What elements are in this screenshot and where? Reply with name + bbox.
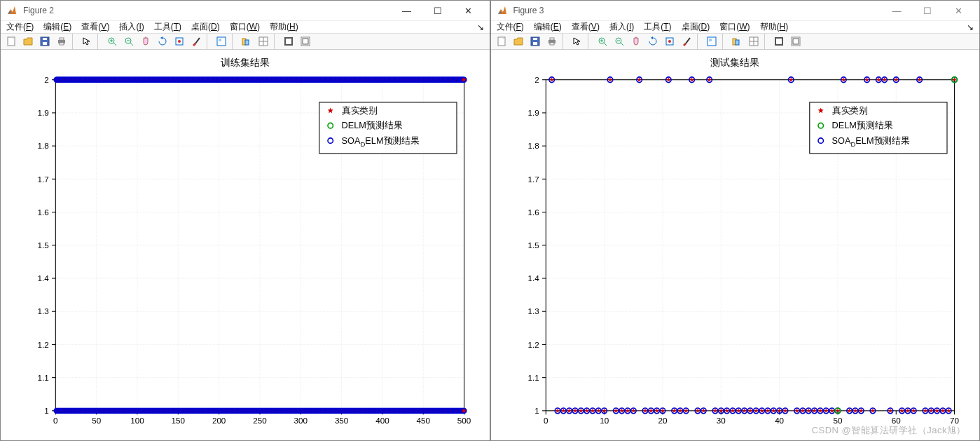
rotate-icon[interactable]: [155, 34, 170, 49]
copy-icon[interactable]: [729, 34, 745, 49]
menu-item-5[interactable]: 桌面(D): [191, 21, 220, 33]
copy-icon[interactable]: [239, 34, 254, 49]
save-icon[interactable]: [527, 34, 543, 49]
minimize-button[interactable]: —: [881, 1, 912, 20]
titlebar: Figure 2 — ☐ ✕: [1, 1, 490, 21]
insert-icon[interactable]: [214, 34, 229, 49]
menu-item-4[interactable]: 工具(T): [644, 21, 671, 33]
svg-rect-3: [43, 38, 47, 40]
svg-text:1.5: 1.5: [38, 240, 50, 250]
brush-icon[interactable]: [188, 34, 204, 49]
play-icon[interactable]: [298, 34, 313, 49]
plot-area: 测试集结果 01020304050607011.11.21.31.41.51.6…: [491, 50, 980, 441]
chart-svg[interactable]: 01020304050607011.11.21.31.41.51.61.71.8…: [505, 72, 966, 433]
open-icon[interactable]: [511, 34, 526, 49]
menu-item-6[interactable]: 窗口(W): [230, 21, 260, 33]
link-icon[interactable]: [281, 34, 296, 49]
rotate-icon[interactable]: [645, 34, 661, 49]
figure-window-1: Figure 2 — ☐ ✕ 文件(F)编辑(E)查看(V)插入(I)工具(T)…: [0, 0, 490, 441]
svg-line-16: [195, 38, 200, 43]
save-icon[interactable]: [37, 34, 53, 49]
svg-rect-1107: [550, 43, 554, 45]
print-icon[interactable]: [544, 34, 560, 49]
window-title: Figure 3: [513, 6, 882, 15]
svg-text:150: 150: [172, 416, 186, 425]
menu-item-7[interactable]: 帮助(H): [760, 21, 789, 33]
svg-text:1.9: 1.9: [527, 108, 539, 117]
close-button[interactable]: ✕: [453, 1, 484, 20]
menu-item-3[interactable]: 插入(I): [119, 21, 144, 33]
toolbar-sep: [764, 34, 768, 49]
app-container: Figure 2 — ☐ ✕ 文件(F)编辑(E)查看(V)插入(I)工具(T)…: [0, 0, 980, 441]
brush-icon[interactable]: [679, 34, 694, 49]
menu-item-2[interactable]: 查看(V): [81, 21, 109, 33]
watermark: CSDN @智能算法研学社（Jack旭）: [812, 424, 966, 437]
menu-item-3[interactable]: 插入(I): [609, 21, 634, 33]
chart-svg[interactable]: 05010015020025030035040045050011.11.21.3…: [15, 72, 476, 433]
open-icon[interactable]: [20, 34, 36, 49]
link-icon[interactable]: [771, 34, 787, 49]
print-icon[interactable]: [54, 34, 69, 49]
toolbar-sep: [697, 34, 701, 49]
toolbar-sep: [72, 34, 76, 49]
play-icon[interactable]: [788, 34, 803, 49]
svg-text:0: 0: [544, 416, 548, 425]
cursor-icon[interactable]: [172, 34, 187, 49]
svg-text:真实类别: 真实类别: [342, 105, 378, 116]
zoomin-icon[interactable]: [104, 34, 120, 49]
svg-text:1.1: 1.1: [527, 373, 539, 382]
close-button[interactable]: ✕: [943, 1, 974, 20]
zoomout-icon[interactable]: [121, 34, 137, 49]
toolbar-sep: [722, 34, 726, 49]
menu-item-5[interactable]: 桌面(D): [682, 21, 710, 33]
layout-icon[interactable]: [746, 34, 761, 49]
menu-overflow-icon[interactable]: ↘: [967, 22, 974, 32]
zoomout-icon[interactable]: [612, 34, 627, 49]
svg-text:1.4: 1.4: [527, 273, 539, 283]
menu-item-0[interactable]: 文件(F): [497, 21, 524, 33]
menu-item-1[interactable]: 编辑(E): [43, 21, 71, 33]
menu-item-2[interactable]: 查看(V): [572, 21, 600, 33]
arrow-icon[interactable]: [79, 34, 95, 49]
svg-rect-1119: [709, 39, 712, 41]
insert-icon[interactable]: [704, 34, 719, 49]
menu-item-4[interactable]: 工具(T): [154, 21, 181, 33]
svg-rect-2: [43, 42, 47, 45]
svg-text:40: 40: [775, 416, 784, 425]
svg-rect-1104: [533, 38, 537, 40]
cursor-icon[interactable]: [662, 34, 677, 49]
svg-text:100: 100: [130, 416, 144, 425]
svg-line-1109: [604, 43, 607, 46]
svg-rect-1126: [776, 39, 782, 44]
new-icon[interactable]: [494, 34, 509, 49]
svg-text:2: 2: [534, 75, 539, 84]
toolbar-sep: [97, 34, 102, 49]
maximize-button[interactable]: ☐: [912, 1, 943, 20]
new-icon[interactable]: [4, 34, 19, 49]
svg-text:1: 1: [44, 406, 48, 415]
svg-text:1.5: 1.5: [527, 240, 539, 250]
window-title: Figure 2: [23, 6, 392, 15]
svg-rect-1106: [550, 38, 554, 40]
menu-item-6[interactable]: 窗口(W): [719, 21, 750, 33]
menu-overflow-icon[interactable]: ↘: [477, 22, 484, 32]
toolbar-sep: [207, 34, 211, 49]
svg-text:400: 400: [375, 416, 389, 425]
plot-area: 训练集结果 05010015020025030035040045050011.1…: [1, 50, 490, 441]
svg-text:350: 350: [335, 416, 349, 425]
arrow-icon[interactable]: [570, 34, 585, 49]
hand-icon[interactable]: [628, 34, 644, 49]
svg-text:1.3: 1.3: [38, 306, 49, 316]
zoomin-icon[interactable]: [595, 34, 610, 49]
hand-icon[interactable]: [138, 34, 153, 49]
menu-item-0[interactable]: 文件(F): [6, 21, 34, 33]
svg-text:300: 300: [294, 416, 308, 425]
svg-text:50: 50: [92, 416, 101, 425]
maximize-button[interactable]: ☐: [422, 1, 453, 20]
minimize-button[interactable]: —: [392, 1, 422, 20]
menu-item-7[interactable]: 帮助(H): [270, 21, 298, 33]
menu-item-1[interactable]: 编辑(E): [534, 21, 562, 33]
layout-icon[interactable]: [256, 34, 271, 49]
svg-text:1.1: 1.1: [38, 373, 49, 382]
svg-rect-1103: [533, 42, 537, 45]
